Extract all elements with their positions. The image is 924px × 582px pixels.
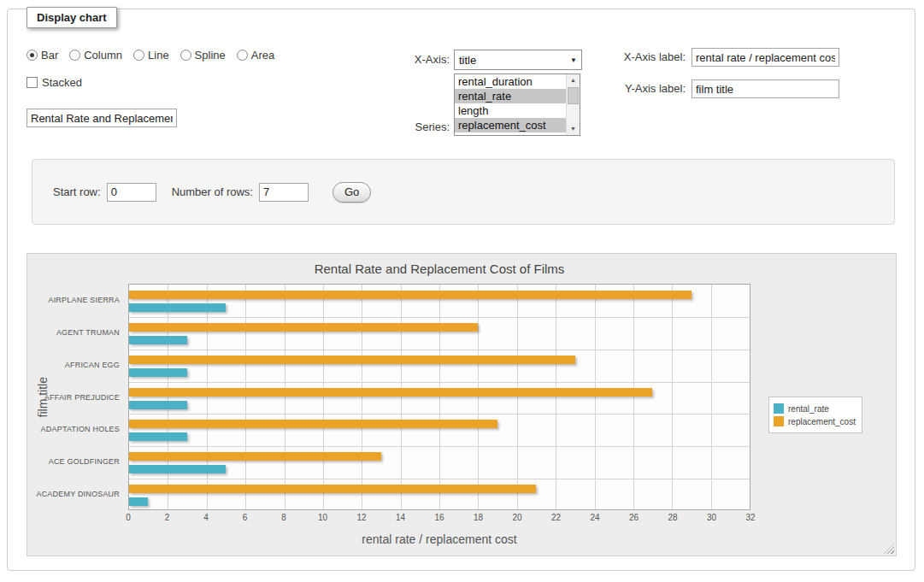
vertical-gridline bbox=[711, 285, 712, 509]
bar-rental_rate bbox=[129, 432, 187, 441]
vertical-gridline bbox=[207, 285, 208, 509]
chart-type-option-line[interactable]: Line bbox=[133, 49, 169, 62]
start-row-input[interactable] bbox=[107, 183, 156, 202]
x-tick-label: 6 bbox=[243, 513, 248, 522]
y-tick-label: AFFAIR PREJUDICE bbox=[44, 393, 120, 402]
x-tick-label: 2 bbox=[165, 513, 170, 522]
vertical-gridline bbox=[556, 285, 556, 509]
bar-replacement_cost bbox=[129, 420, 497, 428]
vertical-gridline bbox=[672, 285, 673, 509]
y-axis-tick-labels: AIRPLANE SIERRAAGENT TRUMANAFRICAN EGGAF… bbox=[27, 284, 124, 510]
radio-icon[interactable] bbox=[237, 50, 248, 61]
vertical-gridline bbox=[439, 285, 440, 509]
chart-title-input[interactable] bbox=[26, 109, 177, 127]
y-axis-label-input[interactable] bbox=[692, 79, 839, 98]
bar-replacement_cost bbox=[129, 356, 575, 364]
legend-item-replacement_cost: replacement_cost bbox=[774, 416, 856, 426]
x-axis-tick-labels: 02468101214161820222426283032 bbox=[128, 513, 750, 525]
go-button[interactable]: Go bbox=[333, 182, 371, 203]
y-axis-label-field-label: Y-Axis label: bbox=[546, 79, 686, 98]
x-tick-label: 14 bbox=[396, 513, 405, 522]
horizontal-gridline bbox=[129, 382, 750, 383]
bar-replacement_cost bbox=[129, 485, 536, 493]
vertical-gridline bbox=[595, 285, 596, 509]
radio-label: Area bbox=[251, 49, 274, 62]
bar-rental_rate bbox=[129, 368, 187, 377]
x-tick-label: 32 bbox=[745, 513, 755, 522]
x-axis-label-input[interactable] bbox=[692, 48, 839, 67]
bar-rental_rate bbox=[129, 497, 148, 506]
x-tick-label: 28 bbox=[668, 513, 677, 522]
y-tick-label: ADAPTATION HOLES bbox=[41, 425, 120, 433]
chart-type-option-bar[interactable]: Bar bbox=[26, 49, 58, 62]
x-tick-label: 16 bbox=[434, 513, 444, 522]
x-axis-field-label: X-Axis: bbox=[377, 50, 450, 70]
vertical-gridline bbox=[633, 285, 634, 509]
horizontal-gridline bbox=[129, 479, 750, 479]
stacked-checkbox[interactable] bbox=[26, 77, 38, 88]
resize-handle-icon[interactable] bbox=[884, 544, 894, 554]
radio-label: Spline bbox=[195, 49, 226, 62]
x-tick-label: 4 bbox=[203, 513, 209, 522]
fieldset-legend: Display chart bbox=[26, 7, 117, 28]
scroll-down-icon[interactable]: ▼ bbox=[567, 123, 580, 135]
radio-label: Column bbox=[84, 49, 122, 62]
radio-icon[interactable] bbox=[69, 50, 80, 61]
stacked-option[interactable]: Stacked bbox=[26, 76, 82, 89]
legend-label: rental_rate bbox=[788, 404, 829, 414]
bar-replacement_cost bbox=[129, 323, 478, 332]
x-tick-label: 18 bbox=[474, 513, 483, 522]
legend-item-rental_rate: rental_rate bbox=[774, 403, 856, 414]
plot-area bbox=[128, 284, 750, 510]
vertical-gridline bbox=[168, 285, 168, 509]
vertical-gridline bbox=[362, 285, 362, 509]
y-tick-label: AIRPLANE SIERRA bbox=[48, 296, 120, 304]
x-tick-label: 30 bbox=[707, 513, 716, 522]
chart-container: Rental Rate and Replacement Cost of Film… bbox=[26, 253, 897, 556]
x-tick-label: 26 bbox=[629, 513, 639, 522]
y-tick-label: AGENT TRUMAN bbox=[56, 328, 120, 337]
radio-label: Line bbox=[148, 49, 169, 62]
x-tick-label: 0 bbox=[126, 513, 131, 522]
horizontal-gridline bbox=[129, 446, 750, 447]
bar-rental_rate bbox=[129, 303, 226, 312]
x-axis-title: rental rate / replacement cost bbox=[128, 532, 750, 546]
legend-swatch bbox=[774, 403, 784, 414]
x-tick-label: 24 bbox=[590, 513, 599, 522]
vertical-gridline bbox=[245, 285, 246, 509]
rows-form: Start row: Number of rows: Go bbox=[32, 159, 895, 225]
chart-legend: rental_ratereplacement_cost bbox=[768, 397, 862, 433]
series-option-replacement_cost[interactable]: replacement_cost bbox=[455, 118, 566, 132]
start-row-label: Start row: bbox=[53, 185, 101, 198]
vertical-gridline bbox=[401, 285, 402, 509]
x-tick-label: 22 bbox=[551, 513, 561, 522]
horizontal-gridline bbox=[129, 414, 750, 414]
horizontal-gridline bbox=[129, 350, 750, 350]
chart-type-option-area[interactable]: Area bbox=[237, 49, 274, 62]
y-tick-label: ACE GOLDFINGER bbox=[49, 457, 120, 466]
legend-label: replacement_cost bbox=[788, 417, 856, 426]
x-tick-label: 20 bbox=[512, 513, 521, 522]
vertical-gridline bbox=[517, 285, 518, 509]
x-tick-label: 8 bbox=[281, 513, 286, 522]
radio-icon[interactable] bbox=[26, 50, 38, 61]
vertical-gridline bbox=[285, 285, 285, 509]
bar-rental_rate bbox=[129, 401, 187, 409]
y-tick-label: AFRICAN EGG bbox=[65, 361, 120, 369]
vertical-gridline bbox=[478, 285, 479, 509]
chart-type-option-column[interactable]: Column bbox=[69, 49, 122, 62]
y-tick-label: ACADEMY DINOSAUR bbox=[36, 490, 120, 498]
chart-title: Rental Rate and Replacement Cost of Film… bbox=[128, 262, 750, 276]
x-tick-label: 10 bbox=[318, 513, 327, 522]
radio-icon[interactable] bbox=[133, 50, 144, 61]
series-option-length[interactable]: length bbox=[455, 103, 566, 118]
series-field-label: Series: bbox=[377, 121, 450, 134]
radio-label: Bar bbox=[41, 49, 58, 62]
legend-swatch bbox=[774, 416, 784, 426]
chart-type-option-spline[interactable]: Spline bbox=[180, 49, 226, 62]
bar-rental_rate bbox=[129, 465, 226, 473]
bar-replacement_cost bbox=[129, 452, 381, 461]
display-chart-fieldset: Display chart BarColumnLineSplineArea St… bbox=[7, 9, 915, 571]
number-of-rows-input[interactable] bbox=[259, 183, 309, 202]
radio-icon[interactable] bbox=[180, 50, 191, 61]
